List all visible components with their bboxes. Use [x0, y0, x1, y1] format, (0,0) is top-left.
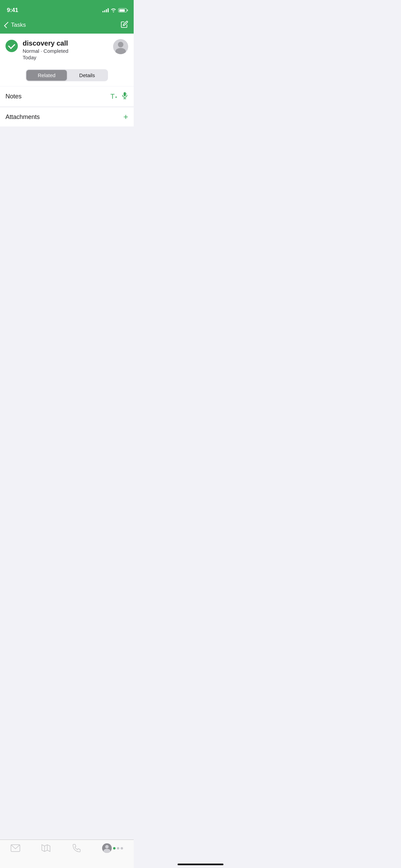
attachments-label: Attachments [5, 113, 40, 121]
add-attachment-button[interactable]: + [123, 113, 128, 121]
task-priority: Normal [23, 48, 39, 54]
content-area: Notes T + + Attachments + [0, 86, 134, 126]
segment-container: Related Details [5, 66, 128, 86]
task-complete-icon[interactable] [5, 40, 18, 52]
checkmark-icon [8, 42, 15, 49]
status-bar: 9:41 [0, 0, 134, 16]
svg-rect-0 [124, 92, 126, 96]
notes-actions: T + + [110, 92, 128, 101]
back-button[interactable]: Tasks [5, 22, 26, 28]
t-letter: T [110, 93, 114, 100]
signal-icon [102, 8, 109, 12]
task-meta: Normal · Completed [23, 48, 68, 54]
attachments-actions: + [123, 113, 128, 121]
status-icons [102, 8, 127, 12]
task-title: discovery call [23, 39, 68, 47]
segment-control: Related Details [26, 69, 108, 81]
svg-text:+: + [126, 93, 127, 95]
task-header: discovery call Normal · Completed Today … [0, 34, 134, 86]
notes-label: Notes [5, 93, 22, 100]
pencil-icon [121, 21, 128, 28]
t-plus-icon: + [115, 95, 117, 99]
chevron-left-icon [4, 22, 10, 28]
task-details: discovery call Normal · Completed Today [23, 39, 68, 60]
status-time: 9:41 [7, 7, 18, 14]
task-left: discovery call Normal · Completed Today [5, 39, 68, 60]
attachments-section: Attachments + [0, 107, 134, 126]
task-status: Completed [44, 48, 69, 54]
task-date: Today [23, 55, 68, 60]
notes-section: Notes T + + [0, 86, 134, 107]
segment-details[interactable]: Details [67, 70, 107, 81]
edit-button[interactable] [121, 21, 128, 29]
nav-bar: Tasks [0, 16, 134, 34]
avatar[interactable] [113, 39, 128, 54]
wifi-icon [111, 8, 116, 12]
task-meta-separator: · [41, 48, 44, 54]
microphone-icon: + [121, 92, 128, 99]
segment-related[interactable]: Related [26, 70, 67, 81]
add-voice-note-button[interactable]: + [121, 92, 128, 101]
add-text-note-button[interactable]: T + [110, 93, 117, 100]
task-info-row: discovery call Normal · Completed Today [5, 39, 128, 60]
back-label: Tasks [11, 22, 26, 28]
battery-icon [118, 8, 127, 12]
